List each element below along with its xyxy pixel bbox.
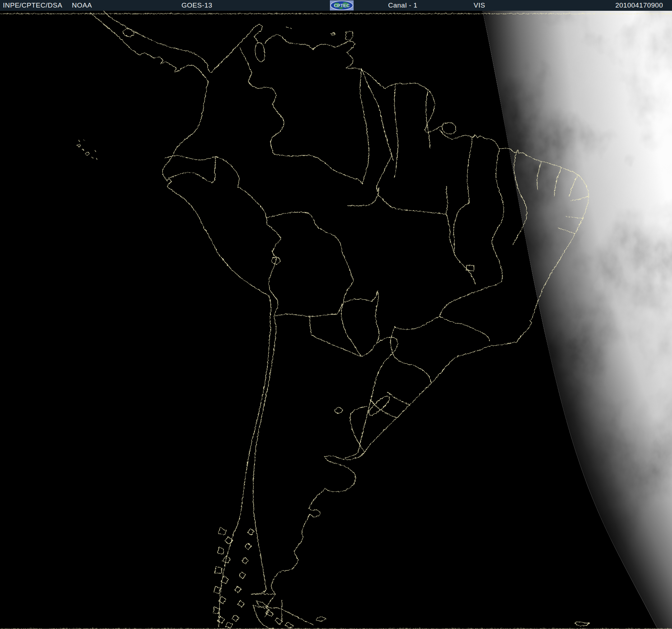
noaa-label: NOAA <box>72 1 92 10</box>
satellite-map <box>0 11 672 629</box>
timestamp-label: 201004170900 <box>615 1 663 10</box>
satellite-label: GOES-13 <box>181 1 212 10</box>
channel-label: Canal - 1 <box>388 1 418 10</box>
header-bar: INPE/CPTEC/DSA NOAA GOES-13 Canal - 1 VI… <box>0 0 672 11</box>
cptec-logo-text: CPTEC <box>334 3 350 8</box>
satellite-viewer: INPE/CPTEC/DSA NOAA GOES-13 Canal - 1 VI… <box>0 0 672 629</box>
cptec-logo-icon: CPTEC <box>330 0 354 10</box>
agency-label: INPE/CPTEC/DSA <box>3 1 62 10</box>
satellite-image <box>0 11 672 629</box>
band-label: VIS <box>474 1 485 10</box>
